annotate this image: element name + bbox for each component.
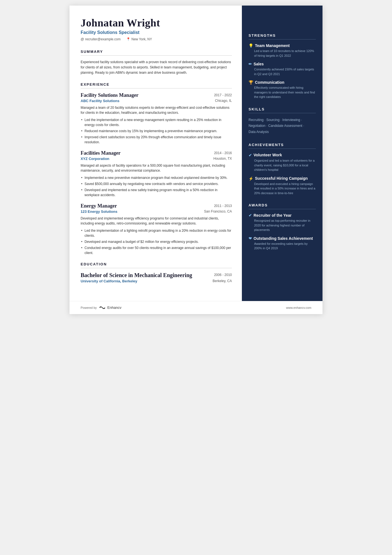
job-title-1: Facility Solutions Manager (81, 92, 138, 98)
footer-bar: Powered by Enhancv www.enhancv.com (70, 301, 322, 314)
email-icon: @ (81, 37, 84, 41)
job-date-3: 2011 - 2013 (214, 203, 232, 208)
company-name-3: 123 Energy Solutions (81, 209, 117, 214)
award-desc-2: Awarded for exceeding sales targets by 2… (249, 241, 316, 251)
location-value: New York, NY (132, 37, 152, 41)
achievement-desc-2: Developed and executed a hiring campaign… (249, 182, 316, 196)
summary-divider (81, 55, 232, 56)
skills-line-1: Recruiting · Sourcing · Interviewing · (249, 118, 302, 122)
edu-date-1: 2006 - 2010 (214, 272, 232, 277)
website: www.enhancv.com (286, 306, 311, 309)
skills-line-3: Data Analysis (249, 130, 269, 134)
experience-divider (81, 88, 232, 88)
achievements-divider (249, 149, 316, 149)
achievement-1: ✔ Volunteer Work Organized and led a tea… (249, 153, 316, 172)
strength-desc-3: Effectively communicated with hiring man… (249, 85, 316, 99)
summary-section: SUMMARY Experienced facility solutions s… (81, 50, 232, 76)
achievement-icon-2: ⚡ (249, 176, 253, 181)
award-icon-1: ✔ (249, 213, 252, 218)
location-icon: 📍 (126, 37, 130, 41)
bullet-3-1: Led the implementation of a lighting ret… (81, 228, 232, 238)
edu-header-1: Bachelor of Science in Mechanical Engine… (81, 272, 232, 278)
enhancv-logo: Enhancv (98, 305, 121, 310)
education-title: EDUCATION (81, 262, 232, 266)
job-bullets-3: Led the implementation of a lighting ret… (81, 228, 232, 255)
powered-by: Powered by Enhancv (81, 305, 121, 310)
company-name-1: ABC Facility Solutions (81, 99, 119, 103)
bullet-1-3: Improved client satisfaction scores by 2… (81, 135, 232, 145)
strength-2: ✏ Sales Consistently achieved 150% of sa… (249, 62, 316, 76)
skills-text: Recruiting · Sourcing · Interviewing · N… (249, 117, 316, 135)
job-bullets-2: Implemented a new preventive maintenance… (81, 175, 232, 198)
strength-desc-2: Consistently achieved 150% of sales targ… (249, 67, 316, 76)
candidate-name: Johnatan Wright (81, 17, 232, 29)
awards-title: AWARDS (249, 203, 316, 207)
strength-1: 💡 Team Management Led a team of 10 recru… (249, 43, 316, 58)
bullet-2-1: Implemented a new preventive maintenance… (81, 175, 232, 180)
award-icon-2: ❤ (249, 236, 252, 241)
achievement-icon-1: ✔ (249, 153, 252, 157)
job-entry-3: Energy Manager 2011 - 2013 123 Energy So… (81, 203, 232, 255)
job-bullets-1: Led the implementation of a new energy m… (81, 117, 232, 145)
awards-section: AWARDS ✔ Recruiter of the Year Recognize… (249, 203, 316, 251)
strength-title-1: 💡 Team Management (249, 43, 316, 48)
job-header-3: Energy Manager 2011 - 2013 (81, 203, 232, 209)
edu-entry-1: Bachelor of Science in Mechanical Engine… (81, 272, 232, 283)
header-section: Johnatan Wright Facility Solutions Speci… (81, 17, 232, 41)
bullet-3-2: Developed and managed a budget of $2 mil… (81, 239, 232, 244)
left-column: Johnatan Wright Facility Solutions Speci… (70, 6, 242, 301)
strengths-divider (249, 39, 316, 40)
job-entry-1: Facility Solutions Manager 2017 - 2022 A… (81, 92, 232, 145)
edu-degree-1: Bachelor of Science in Mechanical Engine… (81, 272, 192, 278)
skills-section: SKILLS Recruiting · Sourcing · Interview… (249, 107, 316, 135)
brand-name: Enhancv (107, 305, 121, 310)
experience-section: EXPERIENCE Facility Solutions Manager 20… (81, 82, 232, 255)
enhancv-logo-icon (98, 305, 106, 310)
strength-desc-1: Led a team of 10 recruiters to achieve 1… (249, 49, 316, 58)
bullet-3-3: Conducted energy audits for over 50 clie… (81, 245, 232, 255)
achievement-title-2: ⚡ Successful Hiring Campaign (249, 176, 316, 181)
powered-by-label: Powered by (81, 306, 97, 309)
job-location-3: San Francisco, CA (204, 209, 232, 213)
strength-icon-2: ✏ (249, 62, 252, 66)
achievements-section: ACHIEVEMENTS ✔ Volunteer Work Organized … (249, 143, 316, 195)
job-header-2: Facilities Manager 2014 - 2016 (81, 150, 232, 156)
job-title-2: Facilities Manager (81, 150, 120, 156)
awards-divider (249, 209, 316, 209)
award-desc-1: Recognized as top-performing recruiter i… (249, 218, 316, 232)
education-divider (81, 268, 232, 268)
award-title-1: ✔ Recruiter of the Year (249, 213, 316, 218)
job-date-2: 2014 - 2016 (214, 150, 232, 155)
achievement-2: ⚡ Successful Hiring Campaign Developed a… (249, 176, 316, 196)
edu-location-1: Berkeley, CA (213, 279, 232, 283)
job-desc-3: Developed and implemented energy efficie… (81, 216, 232, 226)
candidate-title: Facility Solutions Specialist (81, 30, 232, 35)
education-section: EDUCATION Bachelor of Science in Mechani… (81, 262, 232, 283)
job-desc-1: Managed a team of 20 facility solutions … (81, 105, 232, 115)
company-name-2: XYZ Corporation (81, 157, 109, 161)
content-row: Johnatan Wright Facility Solutions Speci… (70, 6, 322, 301)
award-title-2: ❤ Outstanding Sales Achievement (249, 236, 316, 241)
summary-text: Experienced facility solutions specialis… (81, 60, 232, 76)
bullet-2-2: Saved $500,000 annually by negotiating n… (81, 181, 232, 186)
email-value: recruiter@example.com (85, 37, 121, 41)
job-entry-2: Facilities Manager 2014 - 2016 XYZ Corpo… (81, 150, 232, 198)
job-title-3: Energy Manager (81, 203, 117, 209)
edu-school-1: University of California, Berkeley (81, 279, 137, 283)
strengths-section: STRENGTHS 💡 Team Management Led a team o… (249, 33, 316, 99)
experience-title: EXPERIENCE (81, 82, 232, 87)
bullet-2-3: Developed and implemented a new safety t… (81, 188, 232, 198)
strength-title-3: 🏆 Communication (249, 80, 316, 85)
right-column: STRENGTHS 💡 Team Management Led a team o… (242, 6, 322, 301)
email-contact: @ recruiter@example.com (81, 37, 121, 41)
job-header-1: Facility Solutions Manager 2017 - 2022 (81, 92, 232, 98)
award-1: ✔ Recruiter of the Year Recognized as to… (249, 213, 316, 232)
skills-title: SKILLS (249, 107, 316, 111)
strength-icon-1: 💡 (249, 43, 253, 48)
award-2: ❤ Outstanding Sales Achievement Awarded … (249, 236, 316, 251)
job-subheader-1: ABC Facility Solutions Chicago, IL (81, 99, 232, 103)
job-subheader-3: 123 Energy Solutions San Francisco, CA (81, 209, 232, 214)
achievement-title-1: ✔ Volunteer Work (249, 153, 316, 157)
skills-divider (249, 113, 316, 113)
bullet-1-2: Reduced maintenance costs by 15% by impl… (81, 129, 232, 134)
